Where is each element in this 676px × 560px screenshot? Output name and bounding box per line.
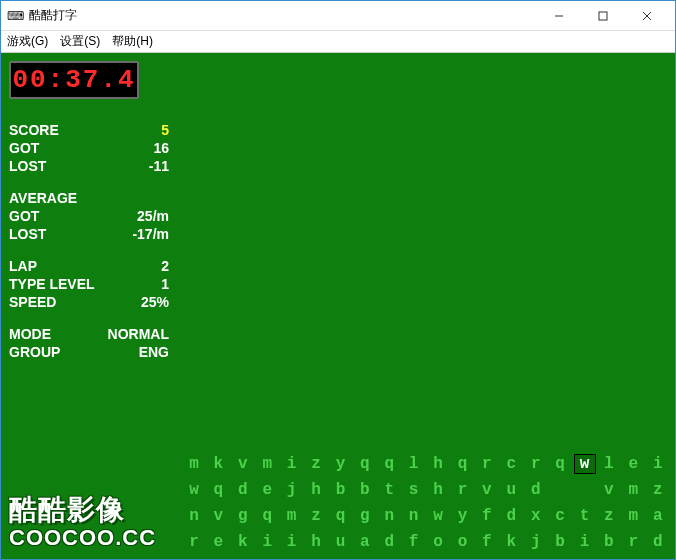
falling-letter: v	[476, 481, 498, 499]
falling-letter: l	[598, 455, 620, 473]
falling-letter: d	[232, 481, 254, 499]
titlebar: ⌨ 酷酷打字	[1, 1, 675, 31]
falling-letter: y	[329, 455, 351, 473]
close-button[interactable]	[625, 2, 669, 30]
stat-row: TYPE LEVEL1	[9, 275, 169, 293]
letter-row: rekiihuadfoofkjbibrd	[183, 529, 669, 555]
falling-letter: j	[281, 481, 303, 499]
falling-letter: s	[403, 481, 425, 499]
stat-value: ENG	[139, 343, 169, 361]
falling-letter: y	[451, 507, 473, 525]
stat-label: SPEED	[9, 293, 56, 311]
falling-letter: q	[549, 455, 571, 473]
falling-letter: z	[305, 507, 327, 525]
falling-letter: e	[622, 455, 644, 473]
svg-rect-1	[599, 12, 607, 20]
falling-letter: b	[598, 533, 620, 551]
stat-label: SCORE	[9, 121, 59, 139]
falling-letter: v	[232, 455, 254, 473]
stat-value: 2	[161, 257, 169, 275]
falling-letter: w	[574, 454, 596, 474]
falling-letter: c	[549, 507, 571, 525]
falling-letter: g	[354, 507, 376, 525]
falling-letter: d	[647, 533, 669, 551]
stat-row: LAP2	[9, 257, 169, 275]
falling-letter: k	[500, 533, 522, 551]
letter-row: wqdejhbbtshrvudvmz	[183, 477, 669, 503]
falling-letter: d	[525, 481, 547, 499]
falling-letter: c	[500, 455, 522, 473]
stat-value: NORMAL	[108, 325, 169, 343]
falling-letter: a	[647, 507, 669, 525]
menubar: 游戏(G) 设置(S) 帮助(H)	[1, 31, 675, 53]
stat-row: MODENORMAL	[9, 325, 169, 343]
falling-letter: b	[354, 481, 376, 499]
letter-row: mkvmizyqqlhqrcrqwlei	[183, 451, 669, 477]
falling-letter: d	[378, 533, 400, 551]
falling-letter: g	[232, 507, 254, 525]
falling-letter: k	[232, 533, 254, 551]
falling-letter: m	[183, 455, 205, 473]
falling-letter: l	[403, 455, 425, 473]
falling-letter: i	[281, 533, 303, 551]
falling-letter: r	[476, 455, 498, 473]
falling-letter: t	[574, 507, 596, 525]
falling-letter: e	[256, 481, 278, 499]
falling-letter: a	[354, 533, 376, 551]
falling-letter: k	[207, 455, 229, 473]
falling-letter: v	[207, 507, 229, 525]
falling-letter: z	[647, 481, 669, 499]
menu-settings[interactable]: 设置(S)	[60, 33, 100, 50]
falling-letter: h	[305, 481, 327, 499]
stat-row: LOST-11	[9, 157, 169, 175]
falling-letter: z	[305, 455, 327, 473]
falling-letter: m	[256, 455, 278, 473]
stat-row: GROUPENG	[9, 343, 169, 361]
falling-letter: n	[183, 507, 205, 525]
stat-value: -17/m	[132, 225, 169, 243]
falling-letter: q	[256, 507, 278, 525]
letter-row: nvgqmzqgnnwyfdxctzma	[183, 503, 669, 529]
falling-letter: m	[622, 481, 644, 499]
falling-letter: t	[378, 481, 400, 499]
stat-label: GROUP	[9, 343, 60, 361]
falling-letter: d	[500, 507, 522, 525]
falling-letter: q	[207, 481, 229, 499]
falling-letter: h	[427, 481, 449, 499]
stat-value: 5	[161, 121, 169, 139]
menu-game[interactable]: 游戏(G)	[7, 33, 48, 50]
falling-letter: q	[329, 507, 351, 525]
falling-letter: q	[354, 455, 376, 473]
falling-letter: f	[476, 507, 498, 525]
falling-letter: n	[378, 507, 400, 525]
stat-label: AVERAGE	[9, 189, 77, 207]
falling-letter: b	[549, 533, 571, 551]
falling-letter: n	[403, 507, 425, 525]
falling-letter: q	[378, 455, 400, 473]
falling-letter: i	[256, 533, 278, 551]
stat-value: 16	[153, 139, 169, 157]
falling-letter: j	[525, 533, 547, 551]
falling-letter: e	[207, 533, 229, 551]
stat-row: SCORE5	[9, 121, 169, 139]
falling-letter: h	[427, 455, 449, 473]
falling-letter: h	[305, 533, 327, 551]
minimize-button[interactable]	[537, 2, 581, 30]
letter-grid: mkvmizyqqlhqrcrqwleiwqdejhbbtshrvudvmznv…	[183, 451, 669, 555]
falling-letter: i	[281, 455, 303, 473]
menu-help[interactable]: 帮助(H)	[112, 33, 153, 50]
window-title: 酷酷打字	[29, 7, 537, 24]
falling-letter: w	[427, 507, 449, 525]
stat-label: GOT	[9, 139, 39, 157]
timer-display: 00:37.4	[9, 61, 139, 99]
stat-value: 25%	[141, 293, 169, 311]
stat-value: -11	[149, 157, 169, 175]
falling-letter: r	[525, 455, 547, 473]
falling-letter: u	[500, 481, 522, 499]
maximize-button[interactable]	[581, 2, 625, 30]
falling-letter: v	[598, 481, 620, 499]
falling-letter: i	[574, 533, 596, 551]
playfield[interactable]: mkvmizyqqlhqrcrqwleiwqdejhbbtshrvudvmznv…	[177, 53, 675, 559]
stat-value: 25/m	[137, 207, 169, 225]
app-icon: ⌨	[7, 8, 23, 24]
